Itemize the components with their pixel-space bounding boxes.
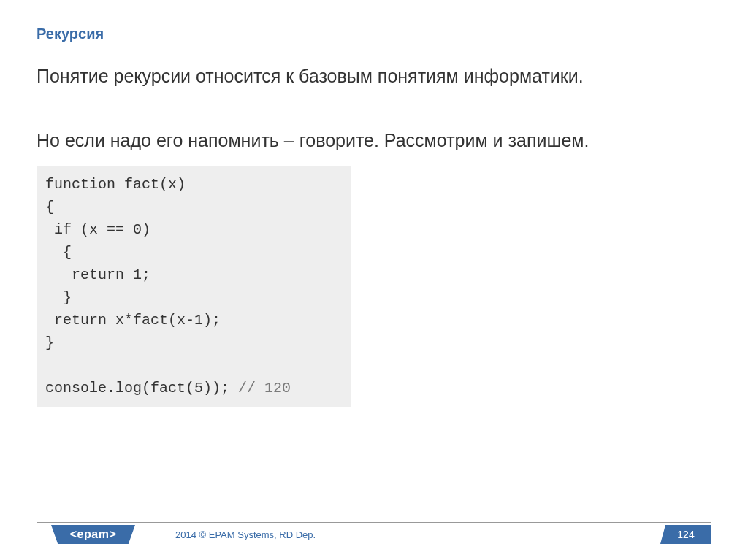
code-example: function fact(x) { if (x == 0) { return … — [37, 166, 351, 407]
paragraph-1: Понятие рекурсии относится к базовым пон… — [37, 64, 711, 89]
code-line: console.log(fact(5)); — [45, 380, 238, 396]
code-line: { — [45, 199, 54, 215]
code-line: function fact(x) — [45, 176, 186, 193]
code-comment: // 120 — [238, 380, 291, 396]
slide-content: Понятие рекурсии относится к базовым пон… — [0, 50, 748, 421]
epam-logo: <epam> — [51, 525, 135, 544]
code-line: } — [45, 334, 54, 351]
paragraph-2: Но если надо его напомнить – говорите. Р… — [37, 129, 711, 153]
code-line: } — [45, 289, 72, 306]
footer: <epam> 2014 © EPAM Systems, RD Dep. 124 — [0, 522, 748, 544]
footer-divider — [37, 522, 711, 523]
copyright-text: 2014 © EPAM Systems, RD Dep. — [175, 529, 316, 540]
code-line: { — [45, 244, 72, 261]
code-line: return x*fact(x-1); — [45, 312, 221, 329]
slide-title: Рекурсия — [0, 0, 748, 50]
paragraph-spacer — [37, 96, 711, 121]
code-line: return 1; — [45, 266, 150, 283]
code-line: if (x == 0) — [45, 221, 150, 238]
page-number: 124 — [660, 525, 711, 544]
